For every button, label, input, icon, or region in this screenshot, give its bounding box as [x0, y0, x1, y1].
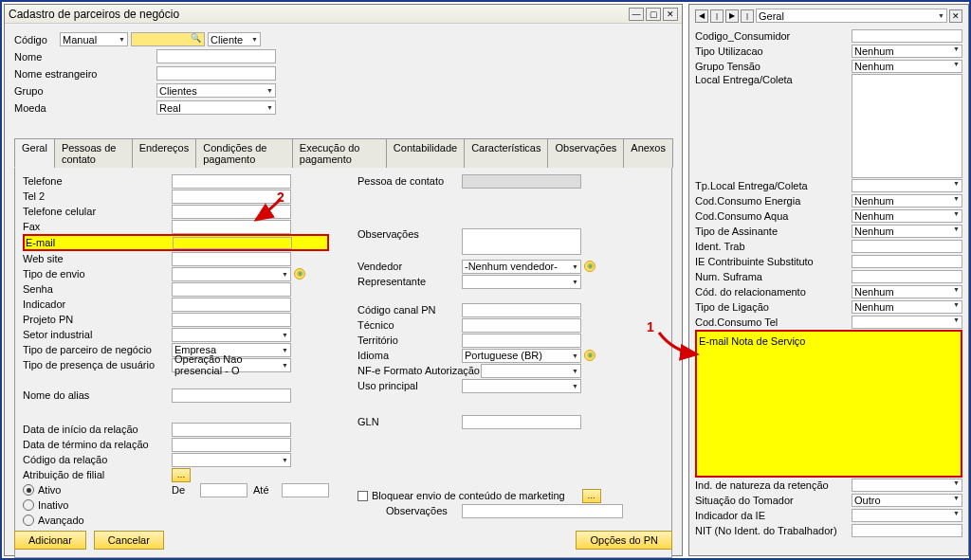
label-tipo-presenca: Tipo de presença de usuário: [23, 359, 172, 370]
minimize-button[interactable]: —: [629, 8, 644, 21]
vendedor-combo[interactable]: -Nenhum vendedor-: [462, 260, 581, 274]
codigo-relacao-combo[interactable]: [172, 453, 291, 467]
tab-observacoes[interactable]: Observações: [547, 138, 624, 168]
nav-prev-button[interactable]: |: [710, 9, 724, 23]
label-tipo-util: Tipo Utilizacao: [695, 45, 852, 57]
codigo-mode-combo[interactable]: Manual: [60, 32, 128, 46]
define-new-icon[interactable]: ◉: [294, 268, 305, 280]
uso-principal-combo[interactable]: [462, 379, 581, 393]
tp-local-combo[interactable]: [852, 179, 962, 192]
tab-enderecos[interactable]: Endereços: [132, 138, 197, 168]
label-data-inicio: Data de início da relação: [23, 424, 172, 435]
label-telefone: Telefone: [23, 175, 172, 187]
sit-tomador-combo[interactable]: Outro: [852, 494, 962, 507]
territorio-input[interactable]: [462, 334, 581, 348]
obs-input[interactable]: [462, 228, 581, 255]
nome-alias-input[interactable]: [172, 388, 291, 403]
tecnico-input[interactable]: [462, 318, 581, 333]
data-inicio-input[interactable]: [172, 423, 291, 437]
bloquear-details-button[interactable]: …: [582, 489, 601, 503]
de-input[interactable]: [200, 483, 247, 497]
tab-geral[interactable]: Geral: [14, 138, 55, 168]
local-entrega-textarea[interactable]: [852, 74, 962, 178]
nit-input[interactable]: [852, 524, 962, 537]
label-ie-contrib: IE Contribuinte Substituto: [695, 256, 852, 267]
nav-next-button[interactable]: ▶: [725, 9, 739, 23]
cod-consumidor-input[interactable]: [852, 29, 962, 43]
tel2-input[interactable]: [172, 190, 291, 204]
grupo-combo[interactable]: Clientes: [156, 83, 276, 98]
celular-input[interactable]: [172, 205, 291, 219]
cod-tel-combo[interactable]: [852, 316, 962, 329]
moeda-combo[interactable]: Real: [156, 100, 276, 115]
tab-pessoas[interactable]: Pessoas de contato: [54, 138, 133, 168]
setor-combo[interactable]: [172, 328, 291, 342]
telefone-input[interactable]: [172, 174, 291, 189]
udf-close-button[interactable]: ✕: [949, 9, 962, 23]
label-cod-consumidor: Codigo_Consumidor: [695, 30, 852, 42]
tipo-util-combo[interactable]: Nenhum: [852, 45, 962, 58]
gln-input[interactable]: [462, 415, 581, 429]
projeto-input[interactable]: [172, 313, 291, 327]
close-button[interactable]: ✕: [663, 8, 678, 21]
website-input[interactable]: [172, 252, 291, 266]
label-senha: Senha: [23, 283, 172, 295]
label-nome: Nome: [14, 51, 156, 63]
maximize-button[interactable]: ▢: [646, 8, 661, 21]
senha-input[interactable]: [172, 282, 291, 297]
label-gln: GLN: [357, 416, 462, 427]
label-moeda: Moeda: [14, 102, 156, 114]
codigo-search-input[interactable]: 🔍: [131, 32, 205, 46]
tipo-ligacao-combo[interactable]: Nenhum: [852, 300, 962, 314]
radio-ativo[interactable]: [23, 484, 34, 496]
ident-trab-input[interactable]: [852, 240, 962, 253]
adicionar-button[interactable]: Adicionar: [14, 531, 86, 550]
label-projeto: Projeto PN: [23, 314, 172, 325]
codigo-type-combo[interactable]: Cliente: [208, 32, 261, 46]
indicador-ie-combo[interactable]: [852, 509, 962, 522]
tab-condicoes[interactable]: Condições de pagamento: [195, 138, 293, 168]
fax-input[interactable]: [172, 220, 291, 234]
codigo-canal-input[interactable]: [462, 303, 581, 317]
udf-category-combo[interactable]: Geral: [756, 9, 947, 23]
idioma-combo[interactable]: Portuguese (BR): [462, 349, 581, 363]
tab-anexos[interactable]: Anexos: [623, 138, 673, 168]
idioma-link-icon[interactable]: ◉: [584, 350, 595, 361]
tab-contabilidade[interactable]: Contabilidade: [386, 138, 465, 168]
tipo-assinante-combo[interactable]: Nenhum: [852, 225, 962, 238]
radio-inativo[interactable]: [23, 499, 34, 511]
obs2-input[interactable]: [462, 504, 623, 518]
cod-energia-combo[interactable]: Nenhum: [852, 194, 962, 208]
nome-input[interactable]: [156, 49, 276, 63]
email-input[interactable]: [173, 237, 292, 249]
atrib-filial-button[interactable]: …: [172, 468, 191, 482]
label-nit: NIT (No Ident. do Trabalhador): [695, 525, 852, 536]
nav-first-button[interactable]: ◀: [695, 9, 708, 23]
data-termino-input[interactable]: [172, 438, 291, 452]
chk-bloquear[interactable]: [357, 491, 368, 501]
ind-natureza-combo[interactable]: [852, 479, 962, 492]
tab-caracteristicas[interactable]: Características: [464, 138, 548, 168]
cod-agua-combo[interactable]: Nenhum: [852, 209, 962, 223]
radio-avancado[interactable]: [23, 515, 34, 526]
opcoes-pn-button[interactable]: Opções do PN: [576, 531, 672, 550]
num-suframa-input[interactable]: [852, 270, 962, 283]
cod-relac-combo[interactable]: Nenhum: [852, 285, 962, 298]
label-ident-trab: Ident. Trab: [695, 241, 852, 252]
ie-contrib-input[interactable]: [852, 255, 962, 268]
representante-combo[interactable]: [462, 275, 581, 289]
cancelar-button[interactable]: Cancelar: [94, 531, 164, 550]
nfe-combo[interactable]: [481, 364, 581, 378]
nav-last-button[interactable]: |: [741, 9, 754, 23]
ate-input[interactable]: [282, 483, 329, 497]
tab-execucao[interactable]: Execução do pagamento: [292, 138, 387, 168]
pessoa-contato-input[interactable]: [462, 174, 581, 189]
label-uso-principal: Uso principal: [357, 380, 462, 391]
tipo-envio-combo[interactable]: [172, 267, 291, 281]
grupo-tensao-combo[interactable]: Nenhum: [852, 60, 962, 73]
tipo-presenca-combo[interactable]: Operação Nao presencial - O: [172, 358, 291, 372]
vendedor-link-icon[interactable]: ◉: [584, 261, 595, 272]
email-nota-input[interactable]: [852, 334, 959, 348]
nome-estrangeiro-input[interactable]: [156, 66, 276, 81]
indicador-input[interactable]: [172, 298, 291, 312]
